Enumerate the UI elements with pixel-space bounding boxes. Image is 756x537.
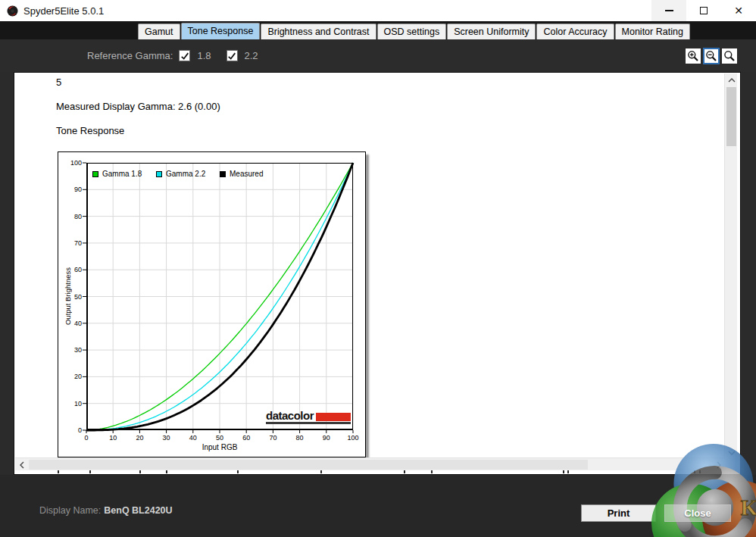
chart-canvas [86, 163, 353, 430]
display-name: Display Name:BenQ BL2420U [39, 505, 173, 516]
tab-osd-settings[interactable]: OSD settings [377, 23, 447, 39]
chevron-left-icon [20, 461, 24, 469]
zoom-reset-icon [723, 50, 736, 62]
maximize-button[interactable] [686, 0, 721, 21]
tone-response-chart: Output Brightness 0102030405060708090100… [58, 151, 366, 457]
zoom-reset-button[interactable] [721, 48, 738, 64]
gamma-1-8-label: 1.8 [197, 50, 211, 61]
tab-strip: Gamut Tone Response Brightness and Contr… [0, 21, 756, 39]
legend-swatch-green [92, 171, 98, 177]
tab-tone-response[interactable]: Tone Response [181, 23, 261, 39]
tab-brightness-contrast[interactable]: Brightness and Contrast [261, 23, 376, 39]
checkmark-icon [180, 52, 189, 61]
legend-item-gamma-22: Gamma 2.2 [156, 170, 220, 178]
gamma-1-8-checkbox[interactable] [179, 50, 190, 61]
chart-legend: Gamma 1.8 Gamma 2.2 Measured [92, 170, 283, 178]
vertical-scroll-thumb[interactable] [726, 87, 736, 146]
spyder-logo-icon [6, 5, 19, 17]
clipped-content-strip [14, 470, 725, 474]
close-icon: ✕ [734, 5, 743, 16]
legend-item-gamma-18: Gamma 1.8 [92, 170, 156, 178]
x-axis-label: Input RGB [86, 443, 353, 451]
gamma-2-2-label: 2.2 [245, 50, 258, 61]
tab-screen-uniformity[interactable]: Screen Uniformity [447, 23, 536, 39]
tab-gamut[interactable]: Gamut [138, 23, 180, 39]
reference-gamma-label: Reference Gamma: [87, 50, 173, 61]
chevron-right-icon [717, 461, 721, 469]
zoom-in-button[interactable] [685, 48, 701, 64]
checkmark-icon [227, 52, 236, 61]
tab-monitor-rating[interactable]: Monitor Rating [615, 23, 690, 39]
plot-area [86, 163, 353, 430]
scroll-right-button[interactable] [712, 458, 725, 471]
maximize-icon [700, 7, 708, 14]
minimize-button[interactable] [651, 0, 686, 21]
zoom-out-button[interactable] [703, 48, 720, 64]
window-title: Spyder5Elite 5.0.1 [23, 5, 104, 17]
toolbar: Reference Gamma: 1.8 2.2 [0, 39, 756, 72]
chevron-down-icon [728, 451, 736, 455]
page-number: 5 [56, 76, 61, 88]
legend-item-measured: Measured [220, 170, 283, 178]
datacolor-red-bar [316, 413, 351, 421]
minimize-icon [665, 10, 673, 11]
print-button[interactable]: Print [581, 504, 656, 522]
chevron-up-icon [728, 78, 736, 83]
section-title: Tone Response [56, 125, 124, 136]
tab-color-accuracy[interactable]: Color Accuracy [536, 23, 614, 39]
legend-swatch-black [220, 171, 226, 177]
datacolor-logo: datacolor [266, 410, 351, 424]
vertical-scrollbar[interactable] [724, 73, 737, 459]
scroll-left-button[interactable] [15, 458, 28, 471]
close-window-button[interactable]: ✕ [721, 0, 756, 21]
app-window: Spyder5Elite 5.0.1 ✕ Gamut Tone Response… [0, 0, 756, 537]
measured-gamma-text: Measured Display Gamma: 2.6 (0.00) [56, 101, 220, 112]
content-panel: 5 Measured Display Gamma: 2.6 (0.00) Ton… [14, 72, 741, 475]
horizontal-scrollbar[interactable] [15, 457, 725, 470]
scroll-up-button[interactable] [725, 73, 738, 86]
horizontal-scroll-thumb[interactable] [29, 460, 588, 470]
scrollbar-corner [724, 457, 737, 470]
title-bar: Spyder5Elite 5.0.1 ✕ [0, 0, 756, 21]
gamma-2-2-checkbox[interactable] [226, 50, 238, 61]
legend-swatch-cyan [156, 171, 162, 177]
zoom-in-icon [687, 50, 699, 62]
close-button[interactable]: Close [664, 504, 731, 522]
zoom-out-icon [705, 50, 717, 62]
